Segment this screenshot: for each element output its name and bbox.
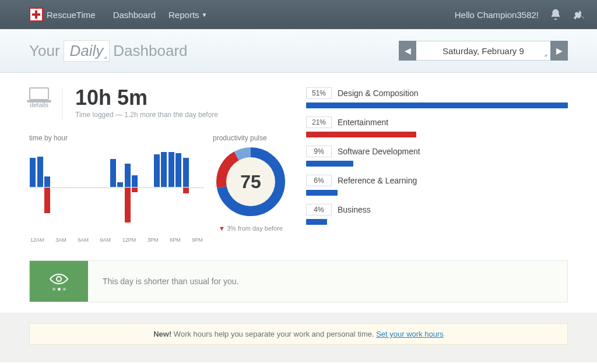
hourly-chart-xaxis: 12AM3AM6AM9AM12PM3PM6PM9PM — [29, 237, 204, 243]
category-row[interactable]: 9% Software Development — [306, 146, 568, 167]
hour-bar[interactable] — [146, 147, 152, 228]
carousel-dots[interactable] — [52, 288, 66, 291]
hour-label: 6AM — [78, 237, 89, 243]
insight-icon-block[interactable] — [30, 261, 88, 302]
hour-bar[interactable] — [52, 147, 58, 228]
category-bar — [306, 103, 568, 108]
svg-point-3 — [57, 277, 61, 281]
hour-bar[interactable] — [175, 147, 181, 228]
category-pct: 6% — [306, 175, 332, 186]
category-row[interactable]: 51% Design & Composition — [306, 87, 568, 108]
hourly-chart-bars[interactable] — [29, 147, 204, 228]
chevron-down-icon: ▼ — [202, 12, 208, 18]
details-button[interactable]: details — [29, 87, 49, 108]
category-name: Reference & Learning — [338, 176, 417, 185]
hour-bar[interactable] — [168, 147, 174, 228]
brand-name: RescueTime — [47, 10, 96, 20]
pulse-delta: ▼ 3% from day before — [213, 225, 289, 232]
category-bar — [306, 161, 353, 167]
hour-label: 12PM — [122, 237, 136, 243]
hourly-chart-title: time by hour — [29, 134, 204, 142]
hour-bar[interactable] — [103, 147, 108, 228]
title-post: Dashboard — [113, 42, 187, 60]
hour-bar[interactable] — [125, 147, 131, 228]
category-name: Design & Composition — [338, 89, 419, 98]
hour-bar[interactable] — [30, 147, 36, 228]
insight-banner: This day is shorter than usual for you. — [29, 260, 568, 302]
rescuetime-cross-icon — [29, 8, 43, 22]
hour-bar[interactable] — [81, 147, 87, 228]
hour-bar[interactable] — [66, 147, 72, 228]
total-time: 10h 5m — [75, 87, 218, 108]
date-prev-button[interactable]: ◀ — [399, 41, 416, 61]
pulse-delta-text: 3% from day before — [227, 225, 283, 232]
hour-label: 12AM — [30, 237, 44, 243]
category-name: Business — [338, 205, 371, 214]
hour-bar[interactable] — [198, 147, 203, 228]
date-display[interactable]: Saturday, February 9 — [416, 41, 550, 61]
category-pct: 4% — [306, 204, 332, 215]
hour-bar[interactable] — [154, 147, 160, 228]
work-hours-notice: New! Work hours help you separate your w… — [29, 323, 568, 345]
hour-label: 3PM — [148, 237, 159, 243]
period-selector[interactable]: Daily — [64, 40, 110, 62]
hour-bar[interactable] — [139, 147, 145, 228]
nav-reports-label: Reports — [168, 10, 199, 20]
hour-bar[interactable] — [110, 147, 116, 228]
bell-icon[interactable] — [549, 8, 562, 21]
hour-bar[interactable] — [132, 147, 138, 228]
notice-text: Work hours help you separate your work a… — [171, 330, 376, 338]
total-time-subline: Time logged — 1.2h more than the day bef… — [75, 111, 218, 119]
tools-icon[interactable] — [573, 8, 585, 21]
hour-label: 3AM — [55, 237, 66, 243]
page-title: Your Daily Dashboard — [29, 40, 188, 62]
laptop-icon — [29, 87, 49, 100]
hour-bar[interactable] — [161, 147, 167, 228]
page-subheader: Your Daily Dashboard ◀ Saturday, Februar… — [0, 29, 597, 73]
category-breakdown: 51% Design & Composition 21% Entertainme… — [306, 87, 568, 243]
arrow-down-icon: ▼ — [219, 225, 225, 232]
hour-label: 9PM — [192, 237, 203, 243]
pulse-chart: productivity pulse 75 ▼ 3% from day befo… — [213, 134, 289, 243]
summary-row: details 10h 5m Time logged — 1.2h more t… — [29, 87, 289, 119]
date-next-button[interactable]: ▶ — [550, 41, 568, 61]
greeting-text[interactable]: Hello Champion3582! — [455, 10, 539, 20]
brand-logo[interactable]: RescueTime — [29, 8, 96, 22]
hour-bar[interactable] — [73, 147, 79, 228]
set-work-hours-link[interactable]: Set your work hours — [376, 330, 444, 338]
nav-reports[interactable]: Reports ▼ — [168, 10, 207, 20]
insight-text: This day is shorter than usual for you. — [88, 261, 567, 302]
category-row[interactable]: 6% Reference & Learning — [306, 175, 568, 196]
category-row[interactable]: 21% Entertainment — [306, 116, 568, 137]
category-pct: 9% — [306, 146, 332, 157]
pulse-chart-title: productivity pulse — [213, 134, 289, 142]
eye-icon — [49, 273, 69, 285]
nav-dashboard[interactable]: Dashboard — [113, 10, 156, 20]
hour-bar[interactable] — [59, 147, 65, 228]
main-content: details 10h 5m Time logged — 1.2h more t… — [0, 73, 597, 249]
hourly-chart: time by hour 12AM3AM6AM9AM12PM3PM6PM9PM — [29, 134, 204, 243]
category-bar — [306, 190, 338, 196]
hour-bar[interactable] — [190, 147, 196, 228]
footer-area: New! Work hours help you separate your w… — [0, 313, 597, 362]
category-row[interactable]: 4% Business — [306, 204, 568, 225]
category-pct: 51% — [306, 87, 332, 99]
category-name: Entertainment — [338, 118, 388, 127]
title-pre: Your — [29, 42, 60, 60]
hour-label: 9AM — [100, 237, 111, 243]
hour-bar[interactable] — [37, 147, 43, 228]
hour-bar[interactable] — [183, 147, 189, 228]
hour-bar[interactable] — [96, 147, 101, 228]
top-navbar: RescueTime Dashboard Reports ▼ Hello Cha… — [0, 0, 597, 29]
category-pct: 21% — [306, 116, 332, 128]
nav-dashboard-label: Dashboard — [113, 10, 156, 20]
divider — [62, 87, 62, 119]
category-bar — [306, 132, 416, 137]
category-name: Software Development — [338, 147, 420, 156]
notice-bold: New! — [153, 330, 171, 338]
hour-bar[interactable] — [88, 147, 94, 228]
hour-bar[interactable] — [44, 147, 50, 228]
hour-bar[interactable] — [117, 147, 123, 228]
hour-label: 6PM — [170, 237, 181, 243]
pulse-donut[interactable]: 75 — [216, 147, 286, 217]
